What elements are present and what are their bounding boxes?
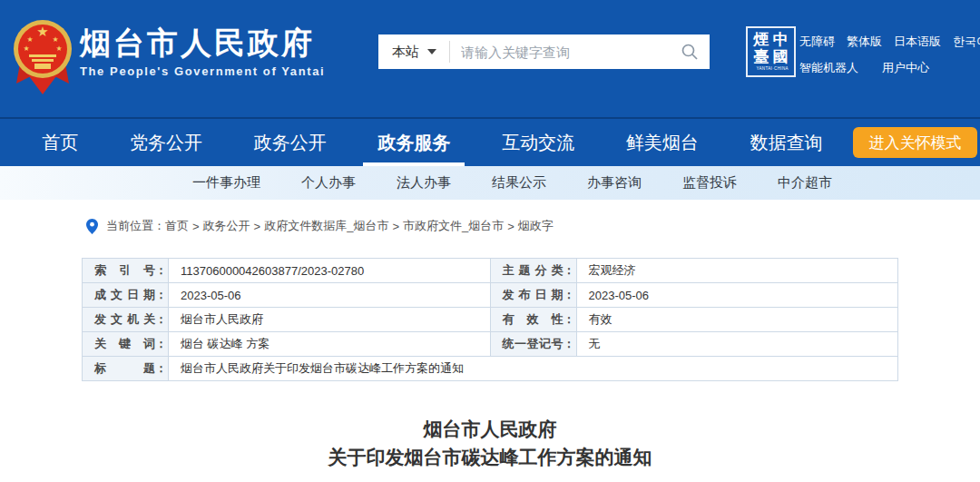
svg-text:★: ★ xyxy=(52,35,58,44)
svg-text:★: ★ xyxy=(55,44,62,53)
site-header: ★ ★ ★ ★ ★ 烟台市人民政府 The People's Governmen… xyxy=(0,0,980,119)
table-row: 标题： 烟台市人民政府关于印发烟台市碳达峰工作方案的通知 xyxy=(83,357,898,381)
meta-value-validity: 有效 xyxy=(576,308,898,332)
search-bar: 本站 xyxy=(378,34,710,69)
meta-value-title: 烟台市人民政府关于印发烟台市碳达峰工作方案的通知 xyxy=(169,357,898,381)
crumb-yanzhengzi[interactable]: 烟政字 xyxy=(518,218,554,234)
site-title: 烟台市人民政府 xyxy=(80,25,325,61)
yantai-china-seal-logo: 煙 中 臺 國 YANTAI·CHINA xyxy=(746,26,796,77)
link-user-center[interactable]: 用户中心 xyxy=(882,60,929,76)
subnav-item-supervision[interactable]: 监督投诉 xyxy=(682,174,737,192)
meta-value-written-date: 2023-05-06 xyxy=(169,283,491,308)
main-nav: 首页 党务公开 政务公开 政务服务 互动交流 鲜美烟台 数据查询 进入关怀模式 xyxy=(0,119,980,166)
meta-label-index-no: 索引号： xyxy=(83,259,169,283)
quick-links-row-2: 智能机器人 用户中心 xyxy=(799,60,972,76)
breadcrumb: 当前位置： 首页 > 政务公开 > 政府文件数据库_烟台市 > 市政府文件_烟台… xyxy=(86,218,980,234)
crumb-separator: > xyxy=(192,220,200,233)
national-emblem-icon: ★ ★ ★ ★ ★ xyxy=(11,16,74,96)
quick-links: 无障碍 繁体版 日本语版 한국어판 智能机器人 用户中心 xyxy=(799,34,972,86)
crumb-separator: > xyxy=(507,220,514,233)
caret-down-icon xyxy=(427,49,436,54)
search-scope-label: 本站 xyxy=(392,44,419,61)
subnav-item-results[interactable]: 结果公示 xyxy=(492,174,546,192)
site-subtitle: The People's Government of Yantai xyxy=(80,64,325,78)
seal-char: 中 xyxy=(771,31,791,48)
svg-text:★: ★ xyxy=(26,35,33,44)
nav-item-fresh-yantai[interactable]: 鲜美烟台 xyxy=(621,119,704,166)
document-title-line1: 烟台市人民政府 xyxy=(0,415,980,443)
crumb-city-gov-docs[interactable]: 市政府文件_烟台市 xyxy=(403,218,504,234)
document-title: 烟台市人民政府 关于印发烟台市碳达峰工作方案的通知 xyxy=(0,415,980,471)
subnav-item-consult[interactable]: 办事咨询 xyxy=(587,174,642,192)
meta-label-issuing-agency: 发文机关： xyxy=(83,308,169,332)
nav-item-interaction[interactable]: 互动交流 xyxy=(496,119,580,166)
meta-label-written-date: 成文日期： xyxy=(83,283,169,308)
site-identity: 烟台市人民政府 The People's Government of Yanta… xyxy=(80,25,325,78)
meta-label-unified-reg-no: 统一登记号： xyxy=(490,332,576,357)
seal-characters: 煙 中 臺 國 xyxy=(751,31,790,65)
svg-text:★: ★ xyxy=(23,44,29,53)
table-row: 索引号： 113706000042603877/2023-02780 主题分类：… xyxy=(83,259,898,283)
table-row: 发文机关： 烟台市人民政府 有效性： 有效 xyxy=(83,308,898,332)
meta-label-topic-category: 主题分类： xyxy=(490,259,576,283)
nav-item-gov-disclosure[interactable]: 政务公开 xyxy=(249,119,332,166)
search-scope-dropdown[interactable]: 本站 xyxy=(378,44,449,61)
subnav-item-personal[interactable]: 个人办事 xyxy=(301,174,356,192)
link-accessibility[interactable]: 无障碍 xyxy=(799,34,835,50)
crumb-separator: > xyxy=(392,220,399,233)
crumb-home[interactable]: 首页 xyxy=(165,218,189,234)
search-icon xyxy=(681,43,699,61)
seal-char: 國 xyxy=(771,48,791,65)
link-japanese[interactable]: 日本语版 xyxy=(894,34,941,50)
svg-text:★: ★ xyxy=(36,24,48,39)
crumb-doc-database[interactable]: 政府文件数据库_烟台市 xyxy=(264,218,388,234)
seal-char: 煙 xyxy=(751,31,771,48)
search-button[interactable] xyxy=(670,43,710,61)
meta-value-topic-category: 宏观经济 xyxy=(576,259,898,283)
nav-item-party-affairs[interactable]: 党务公开 xyxy=(124,119,208,166)
main-nav-items: 首页 党务公开 政务公开 政务服务 互动交流 鲜美烟台 数据查询 xyxy=(0,119,848,166)
meta-label-keywords: 关键词： xyxy=(83,332,169,357)
seal-char: 臺 xyxy=(751,48,771,65)
document-title-line2: 关于印发烟台市碳达峰工作方案的通知 xyxy=(0,443,980,471)
search-input[interactable] xyxy=(450,44,670,60)
nav-item-data-query[interactable]: 数据查询 xyxy=(745,119,828,166)
sub-nav: 一件事办理 个人办事 法人办事 结果公示 办事咨询 监督投诉 中介超市 xyxy=(0,166,980,200)
subnav-item-one-thing[interactable]: 一件事办理 xyxy=(192,174,260,192)
link-traditional-chinese[interactable]: 繁体版 xyxy=(847,34,882,50)
table-row: 成文日期： 2023-05-06 发布日期： 2023-05-06 xyxy=(83,283,898,308)
nav-item-gov-services[interactable]: 政务服务 xyxy=(372,119,456,166)
link-smart-robot[interactable]: 智能机器人 xyxy=(799,60,858,76)
crumb-gov-disclosure[interactable]: 政务公开 xyxy=(203,218,250,234)
care-mode-button[interactable]: 进入关怀模式 xyxy=(853,127,977,158)
subnav-item-legal-person[interactable]: 法人办事 xyxy=(397,174,451,192)
nav-item-home[interactable]: 首页 xyxy=(36,119,83,166)
quick-links-row-1: 无障碍 繁体版 日本语版 한국어판 xyxy=(799,34,972,50)
meta-label-title: 标题： xyxy=(83,357,169,381)
seal-caption: YANTAI·CHINA xyxy=(756,66,785,71)
meta-value-unified-reg-no: 无 xyxy=(576,332,898,357)
meta-label-publish-date: 发布日期： xyxy=(490,283,576,308)
meta-label-validity: 有效性： xyxy=(490,308,576,332)
subnav-item-intermediary[interactable]: 中介超市 xyxy=(778,174,832,192)
link-korean[interactable]: 한국어판 xyxy=(953,34,980,50)
document-meta-table: 索引号： 113706000042603877/2023-02780 主题分类：… xyxy=(82,258,898,381)
table-row: 关键词： 烟台 碳达峰 方案 统一登记号： 无 xyxy=(83,332,898,357)
meta-value-keywords: 烟台 碳达峰 方案 xyxy=(169,332,491,357)
meta-value-issuing-agency: 烟台市人民政府 xyxy=(169,308,491,332)
breadcrumb-prefix: 当前位置： xyxy=(106,218,165,234)
meta-value-index-no: 113706000042603877/2023-02780 xyxy=(169,259,491,283)
meta-value-publish-date: 2023-05-06 xyxy=(576,283,898,308)
location-pin-icon xyxy=(86,219,98,234)
crumb-separator: > xyxy=(254,220,261,233)
